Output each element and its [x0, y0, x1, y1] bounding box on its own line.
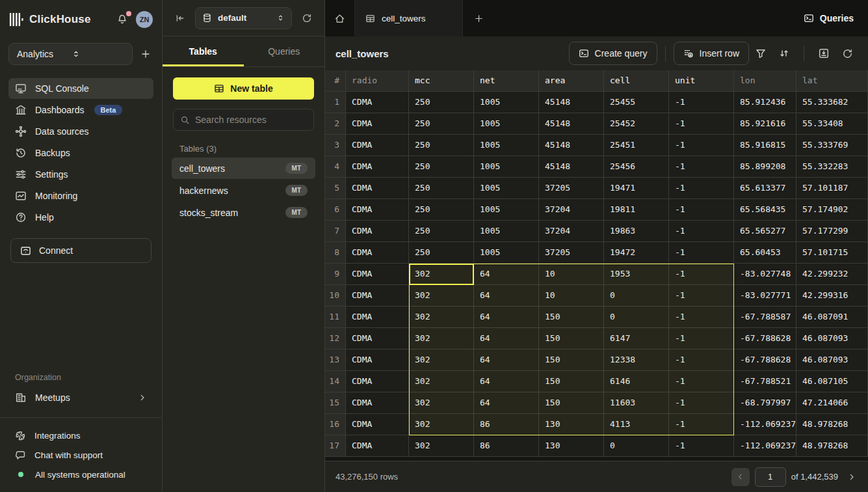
tab-cell-towers[interactable]: cell_towers: [355, 0, 463, 36]
table-list-item-cell-towers[interactable]: cell_towers MT: [172, 157, 315, 179]
table-cell[interactable]: CDMA: [346, 435, 409, 457]
table-cell[interactable]: 150: [539, 349, 604, 371]
table-cell[interactable]: 10: [539, 285, 604, 307]
table-cell[interactable]: 46.087093: [796, 349, 868, 371]
table-cell[interactable]: 0: [604, 307, 669, 328]
notifications-bell-icon[interactable]: [115, 12, 129, 27]
table-cell[interactable]: 45148: [539, 113, 604, 135]
table-cell[interactable]: 37205: [539, 242, 604, 264]
table-cell[interactable]: 57.101187: [796, 178, 868, 199]
page-prev-chevron-icon[interactable]: [731, 468, 750, 486]
download-icon[interactable]: [812, 42, 835, 65]
table-cell[interactable]: 85.916815: [734, 135, 796, 156]
row-number[interactable]: 14: [325, 371, 346, 392]
table-cell[interactable]: 1005: [474, 221, 539, 242]
table-cell[interactable]: 37204: [539, 199, 604, 221]
table-cell[interactable]: 0: [604, 435, 669, 457]
insert-row-button[interactable]: Insert row: [674, 42, 749, 65]
filter-funnel-icon[interactable]: [749, 42, 772, 65]
table-cell[interactable]: 55.333682: [796, 92, 868, 113]
table-cell[interactable]: 302: [409, 349, 474, 371]
column-header-unit[interactable]: unit: [669, 70, 734, 92]
row-number[interactable]: 11: [325, 307, 346, 328]
table-cell[interactable]: 64: [474, 328, 539, 349]
table-cell[interactable]: 250: [409, 199, 474, 221]
table-cell[interactable]: CDMA: [346, 264, 409, 285]
table-cell[interactable]: 6146: [604, 371, 669, 392]
table-cell[interactable]: 57.174902: [796, 199, 868, 221]
table-cell[interactable]: 65.565277: [734, 221, 796, 242]
table-cell[interactable]: CDMA: [346, 178, 409, 199]
table-cell[interactable]: 42.299316: [796, 285, 868, 307]
sidebar-item-dashboards[interactable]: Dashboards Beta: [8, 100, 153, 120]
table-cell[interactable]: CDMA: [346, 371, 409, 392]
table-cell[interactable]: 85.899208: [734, 156, 796, 178]
page-number-input[interactable]: [755, 467, 786, 487]
table-cell[interactable]: -1: [669, 156, 734, 178]
table-cell[interactable]: 19863: [604, 221, 669, 242]
table-cell[interactable]: -67.788521: [734, 371, 796, 392]
table-cell[interactable]: 65.60453: [734, 242, 796, 264]
table-cell[interactable]: 46.087093: [796, 328, 868, 349]
add-workspace-button[interactable]: [138, 46, 153, 62]
table-cell[interactable]: 250: [409, 156, 474, 178]
table-cell[interactable]: 25452: [604, 113, 669, 135]
table-cell[interactable]: CDMA: [346, 113, 409, 135]
table-cell[interactable]: CDMA: [346, 414, 409, 435]
table-cell[interactable]: 1005: [474, 92, 539, 113]
table-cell[interactable]: 1953: [604, 264, 669, 285]
column-header-area[interactable]: area: [539, 70, 604, 92]
table-cell[interactable]: 55.333769: [796, 135, 868, 156]
table-cell[interactable]: 85.921616: [734, 113, 796, 135]
column-header-row-number[interactable]: #: [325, 70, 346, 92]
table-cell[interactable]: 1005: [474, 178, 539, 199]
table-cell[interactable]: 19471: [604, 178, 669, 199]
sidebar-item-meetups[interactable]: Meetups: [8, 387, 153, 408]
row-number[interactable]: 8: [325, 242, 346, 264]
new-tab-plus-icon[interactable]: [463, 0, 494, 36]
table-cell[interactable]: 64: [474, 285, 539, 307]
table-cell[interactable]: -1: [669, 178, 734, 199]
table-cell[interactable]: -67.788587: [734, 307, 796, 328]
table-cell[interactable]: 250: [409, 178, 474, 199]
table-cell[interactable]: CDMA: [346, 349, 409, 371]
column-header-net[interactable]: net: [474, 70, 539, 92]
table-cell[interactable]: 150: [539, 307, 604, 328]
row-number[interactable]: 1: [325, 92, 346, 113]
table-cell[interactable]: -83.027771: [734, 285, 796, 307]
create-query-button[interactable]: Create query: [569, 42, 657, 65]
table-cell[interactable]: -1: [669, 92, 734, 113]
table-cell[interactable]: 86: [474, 435, 539, 457]
table-cell[interactable]: 64: [474, 264, 539, 285]
home-icon[interactable]: [325, 0, 355, 36]
table-cell[interactable]: 302: [409, 307, 474, 328]
table-cell[interactable]: 64: [474, 371, 539, 392]
table-list-item-stocks-stream[interactable]: stocks_stream MT: [172, 202, 315, 223]
table-cell[interactable]: 85.912436: [734, 92, 796, 113]
sidebar-item-settings[interactable]: Settings: [8, 164, 153, 185]
table-cell[interactable]: -1: [669, 392, 734, 414]
sidebar-item-data-sources[interactable]: Data sources: [8, 121, 153, 142]
table-cell[interactable]: 48.978268: [796, 435, 868, 457]
table-cell[interactable]: 45148: [539, 92, 604, 113]
refresh-icon[interactable]: [835, 42, 859, 65]
table-cell[interactable]: -1: [669, 221, 734, 242]
row-number[interactable]: 4: [325, 156, 346, 178]
table-cell[interactable]: CDMA: [346, 285, 409, 307]
table-cell[interactable]: 1005: [474, 135, 539, 156]
table-cell[interactable]: 150: [539, 328, 604, 349]
row-number[interactable]: 5: [325, 178, 346, 199]
table-cell[interactable]: -83.027748: [734, 264, 796, 285]
table-cell[interactable]: 55.332283: [796, 156, 868, 178]
table-cell[interactable]: 130: [539, 414, 604, 435]
table-cell[interactable]: 25455: [604, 92, 669, 113]
table-cell[interactable]: 86: [474, 414, 539, 435]
table-cell[interactable]: 250: [409, 92, 474, 113]
database-selector[interactable]: default: [195, 7, 292, 29]
row-number[interactable]: 13: [325, 349, 346, 371]
table-cell[interactable]: 64: [474, 392, 539, 414]
table-cell[interactable]: 250: [409, 135, 474, 156]
table-cell[interactable]: CDMA: [346, 242, 409, 264]
column-header-radio[interactable]: radio: [346, 70, 409, 92]
table-cell[interactable]: 57.101715: [796, 242, 868, 264]
